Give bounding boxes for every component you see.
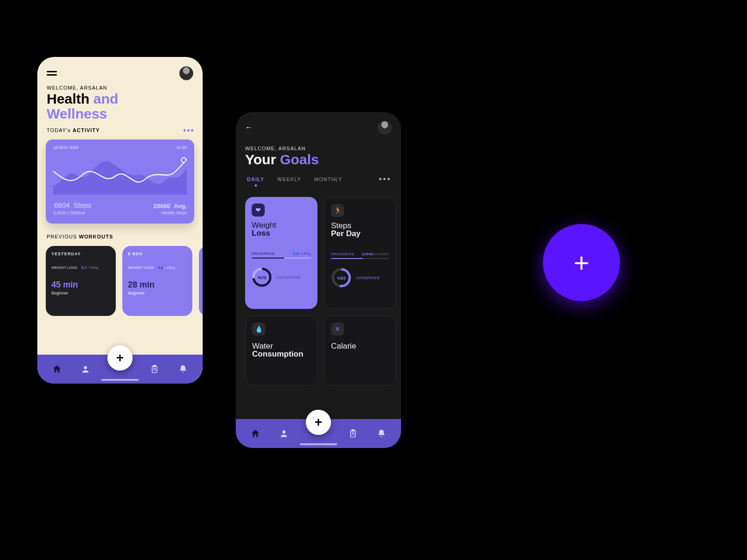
activity-top: 10 NOV 2020 11:45	[53, 145, 187, 150]
svg-text:%53: %53	[337, 276, 345, 280]
workout-card[interactable]: YESTERDAY WEIGHT LOSS 5,7 / 10Kg 45 min …	[46, 246, 116, 316]
ring-row: %53 completed	[331, 267, 389, 288]
plus-icon: +	[315, 415, 322, 430]
tb: Per Day	[331, 229, 360, 238]
progress-ring-icon: %53	[331, 267, 352, 288]
avg-sub: Weekly Steps	[153, 210, 187, 215]
gc-title: Calarie	[331, 342, 389, 350]
tab-daily[interactable]: DAILY	[247, 176, 264, 182]
bell-icon[interactable]	[375, 427, 388, 440]
menu-icon[interactable]	[47, 71, 57, 76]
activity-chart	[53, 153, 187, 195]
activity-date: 10 NOV 2020	[53, 145, 79, 150]
activity-bottom: 6804 Steps 5,402m | 508kcal 28680 Avg. W…	[53, 198, 187, 215]
prev-section-label: PREVIOUS WORKOUTS	[37, 232, 203, 241]
ta: Weight	[252, 221, 276, 230]
steps-count: 6804 Steps	[53, 198, 92, 210]
clipboard-icon[interactable]	[148, 363, 161, 376]
avg-l: Avg.	[174, 203, 187, 210]
prev-b: WORKOUTS	[79, 234, 113, 239]
pl: PROGRESS	[331, 252, 354, 256]
page-title: Health and Wellness	[37, 91, 203, 126]
back-icon[interactable]: ←	[245, 123, 253, 132]
fab-add-button[interactable]: +	[107, 345, 133, 371]
tb: Loss	[252, 229, 270, 238]
act-label-a: TODAY's	[47, 127, 73, 133]
profile-icon[interactable]	[277, 427, 290, 440]
home-icon[interactable]	[249, 427, 262, 440]
ta: Calarie	[331, 342, 356, 350]
tb: Consumption	[252, 350, 303, 358]
m-t: / 10Kg	[86, 266, 98, 270]
prog-bar	[252, 258, 311, 259]
droplet-icon: 💧	[252, 322, 265, 336]
goal-steps[interactable]: 🏃 StepsPer Day PROGRESS 12540/24000m %53…	[324, 197, 396, 309]
workout-level: Beginner	[51, 291, 110, 295]
workout-card[interactable]: 7 N 38 Beg	[199, 246, 203, 316]
phone-light: WELCOME, ARSALAN Health and Wellness TOD…	[37, 57, 203, 384]
m-a: WEIGHT LOSS	[51, 266, 77, 270]
ta: Water	[252, 342, 273, 350]
header	[37, 57, 203, 85]
home-indicator	[101, 379, 139, 381]
title-w: Wellness	[47, 106, 107, 121]
tab-monthly[interactable]: MONTHLY	[314, 176, 342, 182]
clipboard-icon[interactable]	[346, 427, 359, 440]
goal-calorie[interactable]: ✕ Calarie	[324, 315, 396, 385]
pv: 5,9	[293, 252, 299, 256]
svg-point-12	[282, 430, 286, 434]
steps-n: 6804	[54, 201, 70, 209]
welcome-text: WELCOME, ARSALAN	[37, 85, 203, 91]
overflow-icon[interactable]	[379, 178, 390, 180]
m-t: / 10Kg	[163, 266, 175, 270]
home-indicator	[300, 443, 337, 445]
gc-prog: PROGRESS 12540/24000m	[331, 252, 389, 256]
floating-add-button[interactable]: +	[543, 224, 620, 301]
avg-count: 28680 Avg.	[153, 200, 187, 210]
svg-text:%73: %73	[258, 275, 266, 280]
overflow-icon[interactable]	[183, 129, 193, 132]
goal-weight-loss[interactable]: ❤ WeightLoss PROGRESS 5,9/ 10Kg %73 comp…	[245, 197, 317, 309]
gc-title: WaterConsumption	[252, 342, 310, 359]
prev-workouts-row[interactable]: YESTERDAY WEIGHT LOSS 5,7 / 10Kg 45 min …	[37, 241, 203, 316]
avg-n: 28680	[154, 203, 170, 210]
workout-level: Beginner	[128, 291, 187, 295]
title-h: Health	[47, 91, 93, 106]
svg-point-1	[84, 366, 87, 369]
home-icon[interactable]	[50, 363, 63, 376]
act-label-b: ACTIVITY	[73, 127, 100, 133]
fab-add-button[interactable]: +	[306, 410, 331, 435]
avatar[interactable]	[179, 66, 193, 80]
header: ←	[236, 112, 401, 138]
workout-card[interactable]: 8 NOV WEIGHT LOSS 2,3 / 10Kg 28 min Begi…	[122, 246, 192, 316]
plus-icon: +	[116, 350, 124, 365]
goal-water[interactable]: 💧 WaterConsumption	[245, 315, 317, 385]
ta: Steps	[331, 221, 351, 230]
workout-meta: WEIGHT LOSS 5,7 / 10Kg	[51, 266, 110, 270]
pt: /24000m	[373, 252, 389, 256]
tab-weekly[interactable]: WEEKLY	[277, 176, 301, 182]
activity-card[interactable]: 10 NOV 2020 11:45 6804 Steps 5,402m | 50…	[46, 140, 194, 224]
svg-rect-3	[153, 365, 155, 367]
pl: PROGRESS	[252, 252, 275, 256]
gc-prog: PROGRESS 5,9/ 10Kg	[252, 252, 311, 256]
title-and: and	[93, 91, 118, 106]
profile-icon[interactable]	[79, 363, 92, 376]
steps-sub: 5,402m | 508kcal	[53, 210, 92, 215]
t-b: Goals	[280, 152, 318, 167]
utensils-icon: ✕	[331, 322, 344, 336]
workout-dur: 28 min	[128, 280, 187, 290]
prog-bar	[331, 258, 389, 259]
m-a: WEIGHT LOSS	[128, 266, 154, 270]
gc-title: WeightLoss	[252, 221, 311, 238]
activity-section-label: TODAY's ACTIVITY	[37, 126, 203, 135]
pt: / 10Kg	[299, 252, 311, 256]
avatar[interactable]	[378, 120, 392, 134]
progress-ring-icon: %73	[252, 267, 272, 287]
steps-l: Steps	[74, 201, 92, 209]
m-p: 2,3	[158, 266, 163, 270]
tabs: DAILY WEEKLY MONTHLY	[236, 172, 401, 185]
svg-point-0	[182, 158, 186, 162]
bell-icon[interactable]	[176, 363, 190, 376]
phone-dark: ← WELCOME, ARSALAN Your Goals DAILY WEEK…	[236, 112, 401, 448]
